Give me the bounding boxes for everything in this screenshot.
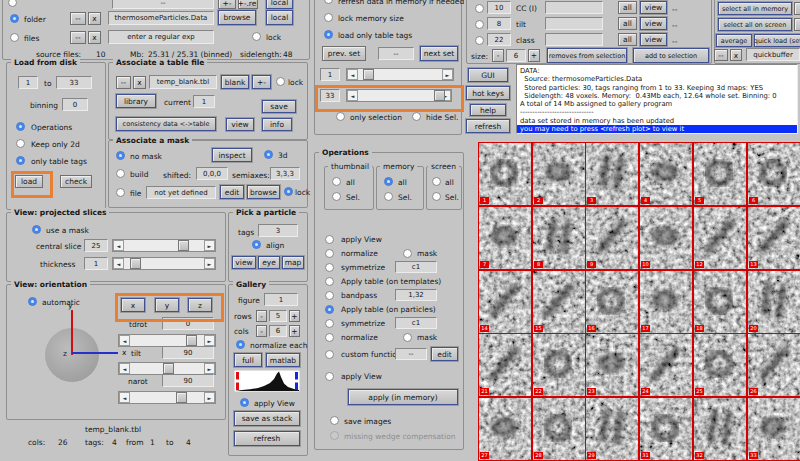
slider-left-arrow[interactable]: ◄ xyxy=(119,335,130,346)
pick-eye-button[interactable]: eye xyxy=(258,256,280,269)
rotate-y-button[interactable]: y xyxy=(155,298,179,312)
thickness-field[interactable]: 1 xyxy=(84,257,108,270)
size-plus-button[interactable]: + xyxy=(528,49,540,62)
first-tag-slider[interactable]: ◄ ► xyxy=(346,68,454,81)
tilt-range-field[interactable] xyxy=(545,17,603,30)
particle-thumbnail-23[interactable]: 23 xyxy=(585,333,639,397)
matlab-button[interactable]: matlab xyxy=(266,353,300,367)
only-selection-radio[interactable] xyxy=(336,112,345,121)
save-images-radio[interactable] xyxy=(330,416,339,425)
class-all-button[interactable]: all xyxy=(618,33,637,46)
mask-file-field[interactable]: not yet defined xyxy=(146,186,216,199)
particle-thumbnail-8[interactable]: 8 xyxy=(532,206,586,270)
tilt-all-button[interactable]: all xyxy=(618,17,637,30)
slider-left-arrow[interactable]: ◄ xyxy=(119,392,130,403)
slider-left-arrow[interactable]: ◄ xyxy=(119,363,130,374)
slider-left-arrow[interactable]: ◄ xyxy=(113,240,124,251)
folder-x-button[interactable]: x xyxy=(88,12,101,25)
particle-thumbnail-9[interactable]: 9 xyxy=(585,206,639,270)
rotate-z-button[interactable]: z xyxy=(188,298,212,312)
average-button[interactable]: average xyxy=(716,34,752,47)
operation-radio-1[interactable] xyxy=(325,249,334,258)
save-button[interactable]: save xyxy=(262,100,296,113)
particle-thumbnail-33[interactable]: 33 xyxy=(747,397,800,461)
particle-thumbnail-2[interactable]: 2 xyxy=(532,142,586,206)
contrast-histogram[interactable] xyxy=(234,370,300,392)
particle-thumbnail-15[interactable]: 15 xyxy=(532,270,586,334)
table-view-button[interactable]: view xyxy=(226,118,254,131)
operation-mask-radio-7[interactable] xyxy=(403,333,412,342)
rows-minus-button[interactable]: - xyxy=(256,310,267,322)
pick-view-button[interactable]: view xyxy=(232,256,256,269)
memory-all-radio[interactable] xyxy=(384,177,393,186)
select-all-screen-button[interactable]: select all on screen xyxy=(718,18,792,31)
files-radio[interactable] xyxy=(10,33,19,42)
central-slice-slider[interactable]: ◄ ► xyxy=(112,239,216,252)
size-minus-button[interactable]: - xyxy=(492,49,504,62)
tilt-view-button[interactable]: view xyxy=(640,17,667,30)
cc-view-button[interactable]: view xyxy=(640,1,667,14)
table-x-button[interactable]: x xyxy=(133,76,146,89)
operation-radio-8[interactable] xyxy=(325,350,334,359)
hot-keys-button[interactable]: hot keys xyxy=(466,86,510,100)
cc-value-field[interactable]: 10 xyxy=(487,1,511,14)
last-tag-slider[interactable]: ◄ ► xyxy=(346,89,452,102)
prev-set-button[interactable]: prev. set xyxy=(322,46,366,61)
tilt-value-field[interactable]: 8 xyxy=(487,17,511,30)
tabletags-radio[interactable] xyxy=(16,156,25,165)
particle-thumbnail-5[interactable]: 5 xyxy=(693,142,747,206)
particle-thumbnail-12[interactable]: 12 xyxy=(693,206,747,270)
top-partial-button-b[interactable]: +-.rel xyxy=(238,0,258,9)
next-set-button[interactable]: next set xyxy=(420,46,458,61)
cols-plus-button[interactable]: + xyxy=(289,325,300,337)
particle-thumbnail-25[interactable]: 25 xyxy=(693,333,747,397)
gui-button[interactable]: GUI xyxy=(468,68,508,82)
mask-browse-button[interactable]: browse xyxy=(247,185,280,199)
particle-thumbnail-32[interactable]: 32 xyxy=(693,397,747,461)
buffer-x-button[interactable]: x xyxy=(730,49,742,61)
inspect-button[interactable]: inspect xyxy=(212,148,252,162)
load-button[interactable]: load xyxy=(15,175,43,188)
slider-right-arrow[interactable]: ► xyxy=(204,335,215,346)
tdrot-field[interactable]: 0 xyxy=(162,317,214,330)
keep2d-radio[interactable] xyxy=(16,139,25,148)
table-file-field[interactable]: temp_blank.tbl xyxy=(149,75,217,89)
build-radio[interactable] xyxy=(116,169,125,178)
slider-left-arrow[interactable]: ◄ xyxy=(347,69,358,80)
particle-thumbnail-18[interactable]: 18 xyxy=(693,270,747,334)
gallery-apply-view-radio[interactable] xyxy=(240,398,249,407)
particle-thumbnail-6[interactable]: 6 xyxy=(747,142,800,206)
hide-sel-radio[interactable] xyxy=(412,112,421,121)
quickbuffer-field[interactable]: quickbuffer xyxy=(746,48,800,61)
apply-in-memory-button[interactable]: apply (in memory) xyxy=(348,389,458,405)
operation-field-8[interactable]: -- xyxy=(395,348,427,360)
size-field[interactable]: 6 xyxy=(506,49,526,62)
no-mask-radio[interactable] xyxy=(116,151,125,160)
add-to-selection-button[interactable]: add to selection xyxy=(633,48,709,63)
cols-field[interactable]: 6 xyxy=(269,325,287,337)
rows-field[interactable]: 5 xyxy=(269,310,287,322)
regexp-field[interactable]: enter a regular exp xyxy=(108,30,214,44)
tilt-radio[interactable] xyxy=(475,20,484,29)
tilt-field[interactable]: 90 xyxy=(162,346,214,359)
central-slice-field[interactable]: 25 xyxy=(84,239,108,252)
operation-radio-9[interactable] xyxy=(325,372,334,381)
class-radio[interactable] xyxy=(475,36,484,45)
top-partial-local-button[interactable]: local xyxy=(266,0,293,9)
load-to-field[interactable]: 33 xyxy=(56,76,92,89)
help-button[interactable]: help xyxy=(470,104,506,116)
folder-radio[interactable] xyxy=(10,14,19,23)
particle-thumbnail-28[interactable]: 28 xyxy=(532,397,586,461)
custom-function-edit-button[interactable]: edit xyxy=(431,347,458,361)
operation-radio-0[interactable] xyxy=(325,235,334,244)
check-button[interactable]: check xyxy=(60,175,92,188)
load-from-field[interactable]: 1 xyxy=(18,76,38,89)
operation-field-4[interactable]: 1,32 xyxy=(395,289,437,301)
quick-load-button[interactable]: quick load (set) xyxy=(754,34,800,47)
mask-edit-button[interactable]: edit xyxy=(220,185,244,199)
operation-radio-2[interactable] xyxy=(325,263,334,272)
buffer-dash-button[interactable]: -- xyxy=(714,49,728,61)
narot-slider[interactable]: ◄ ► xyxy=(118,391,216,404)
data-folder-field[interactable]: thermosomeParticles.Data xyxy=(108,11,214,25)
particle-thumbnail-7[interactable]: 7 xyxy=(478,206,532,270)
